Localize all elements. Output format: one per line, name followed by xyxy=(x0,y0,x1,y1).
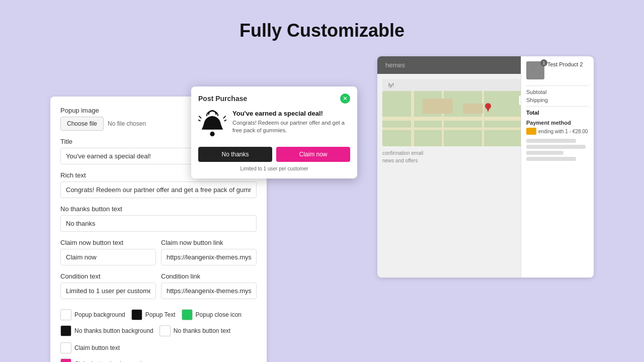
page-title: Fully Customizable xyxy=(0,0,644,41)
popup-main-text: You've earned a special deal! xyxy=(232,110,350,117)
rich-text-input[interactable] xyxy=(60,182,257,198)
claim-now-text-group: Claim now button text xyxy=(60,239,156,265)
no-thanks-input[interactable] xyxy=(60,215,257,232)
total-row: Total xyxy=(526,110,589,116)
svg-rect-6 xyxy=(423,99,453,114)
choose-file-button[interactable]: Choose file xyxy=(60,117,104,131)
store-header-text: hemes xyxy=(385,61,405,69)
popup-text-color-item: Popup Text xyxy=(131,309,176,320)
no-thanks-label: No thanks button text xyxy=(60,205,257,213)
claim-now-link-label: Claim now button link xyxy=(161,239,257,246)
shipping-row: Shipping xyxy=(526,97,589,103)
svg-line-14 xyxy=(224,120,226,121)
popup-bell-icon xyxy=(198,110,226,140)
payment-method-label: Payment method xyxy=(526,120,589,126)
blur-line-3 xyxy=(526,151,564,155)
condition-text-label: Condition text xyxy=(60,273,156,280)
color-options-row3: Claim button background xyxy=(60,358,257,362)
popup-close-color-item: Popup close icon xyxy=(182,309,242,320)
color-options-row1: Popup background Popup Text Popup close … xyxy=(60,309,257,320)
popup-text-swatch[interactable] xyxy=(131,309,142,320)
product-img-wrapper: 1 xyxy=(526,61,544,79)
bell-svg xyxy=(198,110,226,138)
no-thanks-text-label: No thanks button text xyxy=(174,327,230,334)
product-name: Test Product 2 xyxy=(547,61,583,67)
condition-link-input[interactable] xyxy=(161,283,257,299)
popup-close-label: Popup close icon xyxy=(196,311,242,318)
claim-now-button[interactable]: Claim now xyxy=(276,147,350,162)
popup-close-button[interactable]: ✕ xyxy=(340,94,350,104)
claim-row: Claim now button text Claim now button l… xyxy=(60,239,257,273)
svg-line-11 xyxy=(199,116,201,118)
blur-line-2 xyxy=(526,145,586,149)
popup-condition-text: Limited to 1 user per customer xyxy=(198,166,350,171)
claim-bg-color-item: Claim button background xyxy=(60,358,141,362)
popup-body: You've earned a special deal! Congrats! … xyxy=(198,110,350,140)
no-thanks-bg-color-item: No thanks button background xyxy=(60,325,153,336)
shipping-label: Shipping xyxy=(526,97,548,103)
blurred-address xyxy=(526,139,589,161)
condition-link-label: Condition link xyxy=(161,273,257,280)
product-badge: 1 xyxy=(540,59,547,66)
main-container: hemes ly! xyxy=(0,56,644,362)
payment-card-info: ending with 1 - €28.00 xyxy=(526,128,589,135)
claim-bg-swatch[interactable] xyxy=(60,358,71,362)
order-summary-panel: 1 Test Product 2 Subtotal Shipping Total xyxy=(521,56,594,278)
claim-now-text-label: Claim now button text xyxy=(60,239,156,246)
claim-text-swatch[interactable] xyxy=(60,342,71,353)
no-thanks-button[interactable]: No thanks xyxy=(198,147,272,162)
card-details: ending with 1 - €28.00 xyxy=(538,129,588,134)
claim-text-color-item: Claim button text xyxy=(60,342,120,353)
popup-bg-color-item: Popup background xyxy=(60,309,125,320)
popup-header: Post Purchase ✕ xyxy=(198,94,350,104)
popup-text-label: Popup Text xyxy=(145,311,176,318)
blur-line-4 xyxy=(526,157,576,161)
blur-line-1 xyxy=(526,139,576,143)
popup-sub-text: Congrats! Redeem our partner offer and g… xyxy=(232,119,350,135)
no-thanks-text-color-item: No thanks button text xyxy=(159,325,230,336)
svg-line-12 xyxy=(198,120,200,121)
no-thanks-group: No thanks button text xyxy=(60,205,257,232)
order-divider-2 xyxy=(526,106,589,107)
popup-title: Post Purchase xyxy=(198,95,247,103)
popup-bg-label: Popup background xyxy=(74,311,125,318)
post-purchase-popup: Post Purchase ✕ xyxy=(191,86,357,178)
condition-row: Condition text Condition link xyxy=(60,273,257,306)
popup-close-swatch[interactable] xyxy=(182,309,193,320)
product-info: 1 Test Product 2 xyxy=(526,61,589,79)
popup-bg-swatch[interactable] xyxy=(60,309,71,320)
close-icon: ✕ xyxy=(343,95,348,102)
no-thanks-text-swatch[interactable] xyxy=(159,325,171,336)
shopify-panel: hemes ly! xyxy=(377,56,594,278)
no-thanks-bg-label: No thanks button background xyxy=(74,327,153,334)
svg-rect-7 xyxy=(463,104,483,114)
popup-buttons: No thanks Claim now xyxy=(198,147,350,162)
color-options-row2: No thanks button background No thanks bu… xyxy=(60,325,257,353)
order-divider-1 xyxy=(526,85,589,86)
popup-text-area: You've earned a special deal! Congrats! … xyxy=(232,110,350,135)
card-icon xyxy=(526,128,536,135)
svg-point-10 xyxy=(210,132,214,136)
claim-text-label: Claim button text xyxy=(74,344,120,351)
claim-now-link-input[interactable] xyxy=(161,249,257,265)
subtotal-label: Subtotal xyxy=(526,89,546,95)
condition-link-group: Condition link xyxy=(161,273,257,299)
no-thanks-bg-swatch[interactable] xyxy=(60,325,71,336)
subtotal-row: Subtotal xyxy=(526,89,589,95)
payment-method-section: Payment method ending with 1 - €28.00 xyxy=(526,120,589,135)
claim-now-text-input[interactable] xyxy=(60,249,156,265)
condition-text-input[interactable] xyxy=(60,283,156,299)
total-label: Total xyxy=(526,110,539,116)
no-file-text: No file chosen xyxy=(108,120,146,127)
svg-line-13 xyxy=(223,116,225,118)
claim-now-link-group: Claim now button link xyxy=(161,239,257,265)
condition-text-group: Condition text xyxy=(60,273,156,299)
